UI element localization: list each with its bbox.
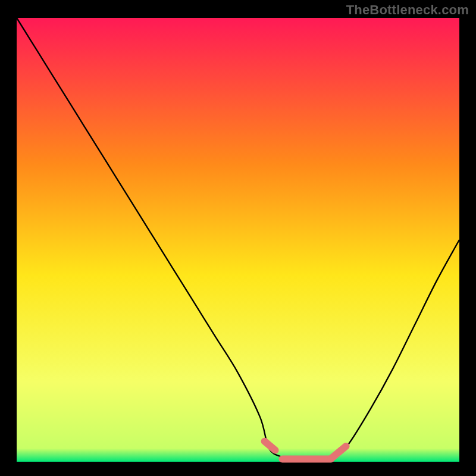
gradient-background bbox=[17, 18, 459, 462]
chart-stage: TheBottleneck.com bbox=[0, 0, 476, 476]
bottleneck-chart bbox=[0, 0, 476, 476]
watermark-text: TheBottleneck.com bbox=[346, 2, 469, 18]
